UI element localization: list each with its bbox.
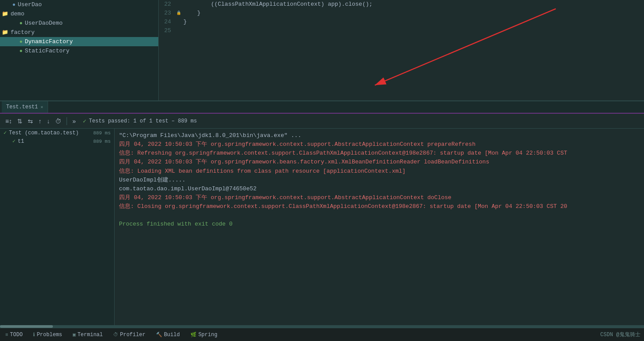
- code-line-23: 23 🔒 }: [159, 9, 644, 18]
- profiler-icon: ⏱: [113, 332, 118, 337]
- console-line-1: "C:\Program Files\Java\jdk1.8.0_201\bin\…: [119, 131, 640, 140]
- sidebar-item-factory-folder[interactable]: 📁 factory: [0, 28, 158, 37]
- userdao-icon: ●: [12, 2, 15, 8]
- bottom-tab-problems[interactable]: ℹ Problems: [31, 331, 64, 339]
- sidebar-label-demo: demo: [11, 11, 24, 17]
- console-line-6: UserDaoImpl创建.....: [119, 176, 640, 185]
- sidebar-label-userdaodemo: UserDaoDemo: [25, 20, 63, 26]
- test-tree-item-suite[interactable]: ✓ Test (com.taotao.test) 889 ms: [0, 129, 114, 137]
- sidebar-item-demo[interactable]: 📁 demo: [0, 9, 158, 19]
- up-btn[interactable]: ↑: [37, 117, 43, 126]
- sidebar-item-userdao[interactable]: ● UserDao: [0, 0, 158, 9]
- sidebar-label-staticfactory: StaticFactory: [25, 48, 69, 54]
- pass-icon-t1: ✓: [12, 138, 15, 145]
- clock-btn[interactable]: ⏱: [53, 117, 63, 126]
- line-num-25: 25: [159, 26, 176, 35]
- dynamicfactory-icon: ●: [19, 39, 22, 45]
- code-line-24: 24 }: [159, 18, 644, 26]
- sidebar-item-staticfactory[interactable]: ● StaticFactory: [0, 46, 158, 56]
- demo-folder-icon: 📁: [2, 11, 8, 17]
- down-btn[interactable]: ↓: [45, 117, 52, 126]
- problems-icon: ℹ: [33, 332, 35, 337]
- main-area: ● UserDao 📁 demo ● UserDaoDemo 📁 factory…: [0, 0, 644, 101]
- tab-bar: Test.test1 ✕: [0, 101, 644, 114]
- sidebar-item-userdaodemo[interactable]: ● UserDaoDemo: [0, 19, 158, 28]
- tab-test1[interactable]: Test.test1 ✕: [2, 101, 48, 113]
- test-tree: ✓ Test (com.taotao.test) 889 ms ✓ t1 889…: [0, 129, 115, 325]
- sidebar-label-dynamicfactory: DynamicFactory: [25, 38, 73, 45]
- todo-label: TODO: [10, 332, 23, 338]
- test-t1-name: t1: [18, 138, 89, 145]
- spring-icon: 🌿: [190, 332, 197, 337]
- expand-btn[interactable]: ⇅: [15, 117, 24, 126]
- sidebar-label-factory: factory: [11, 29, 35, 36]
- code-line-25: 25: [159, 26, 644, 35]
- userdaodemo-icon: ●: [19, 20, 22, 26]
- profiler-label: Profiler: [120, 332, 145, 338]
- separator: [67, 117, 67, 125]
- console-line-9: 信息: Closing org.springframework.context.…: [119, 202, 640, 211]
- test-suite-time: 889 ms: [93, 130, 111, 136]
- spring-label: Spring: [198, 332, 217, 338]
- sidebar-label-userdao: UserDao: [18, 1, 42, 8]
- bottom-tab-build[interactable]: 🔨 Build: [154, 331, 182, 339]
- test-tree-item-t1[interactable]: ✓ t1 889 ms: [0, 137, 114, 145]
- console-output: "C:\Program Files\Java\jdk1.8.0_201\bin\…: [115, 129, 644, 325]
- console-line-7: com.taotao.dao.impl.UserDaoImpl@74650e52: [119, 185, 640, 193]
- code-editor: 22 ((ClassPathXmlApplicationContext) app…: [159, 0, 644, 100]
- staticfactory-icon: ●: [19, 48, 22, 54]
- more-btn[interactable]: »: [71, 117, 78, 126]
- sidebar: ● UserDao 📁 demo ● UserDaoDemo 📁 factory…: [0, 0, 159, 100]
- console-line-8: 四月 04, 2022 10:50:03 下午 org.springframew…: [119, 193, 640, 202]
- terminal-label: Terminal: [78, 332, 103, 338]
- problems-label: Problems: [37, 332, 62, 338]
- build-label: Build: [164, 332, 180, 338]
- close-icon[interactable]: ✕: [41, 104, 43, 110]
- code-line-22: 22 ((ClassPathXmlApplicationContext) app…: [159, 0, 644, 9]
- bottom-right-text: CSDN @鬼鬼骑士: [600, 331, 640, 338]
- test-t1-time: 889 ms: [93, 139, 111, 144]
- sidebar-item-dynamicfactory[interactable]: ● DynamicFactory: [0, 37, 158, 46]
- test-suite-name: Test (com.taotao.test): [9, 130, 89, 136]
- line-num-24: 24: [159, 18, 176, 26]
- console-line-3: 信息: Refreshing org.springframework.conte…: [119, 149, 640, 158]
- scrollbar-thumb[interactable]: [0, 325, 53, 328]
- line-content-23: }: [183, 9, 201, 18]
- pass-icon-suite: ✓: [4, 130, 7, 136]
- bottom-tab-spring[interactable]: 🌿 Spring: [189, 331, 219, 339]
- todo-icon: ≡: [5, 332, 8, 337]
- console-line-4: 四月 04, 2022 10:50:03 下午 org.springframew…: [119, 158, 640, 167]
- line-content-24: }: [183, 18, 187, 26]
- toolbar: ≡↕ ⇅ ⇆ ↑ ↓ ⏱ » ✓ Tests passed: 1 of 1 te…: [0, 114, 644, 129]
- bottom-tab-profiler[interactable]: ⏱ Profiler: [112, 331, 147, 339]
- bottom-tab-terminal[interactable]: ▣ Terminal: [71, 331, 104, 339]
- console-line-exit: Process finished with exit code 0: [119, 220, 640, 229]
- line-num-23: 23: [159, 9, 176, 18]
- status-text: Tests passed: 1 of 1 test – 889 ms: [89, 118, 197, 124]
- test-status: ✓ Tests passed: 1 of 1 test – 889 ms: [83, 118, 197, 125]
- line-num-22: 22: [159, 0, 176, 9]
- status-icon: ✓: [83, 118, 86, 125]
- build-icon: 🔨: [156, 332, 162, 337]
- terminal-icon: ▣: [73, 332, 76, 337]
- collapse-btn[interactable]: ⇆: [26, 117, 35, 126]
- factory-folder-icon: 📁: [2, 29, 8, 36]
- horizontal-scrollbar[interactable]: [0, 325, 644, 328]
- line-content-22: ((ClassPathXmlApplicationContext) app).c…: [183, 0, 372, 9]
- bottom-bar: ≡ TODO ℹ Problems ▣ Terminal ⏱ Profiler …: [0, 328, 644, 341]
- tab-label: Test.test1: [6, 104, 38, 110]
- test-area: ✓ Test (com.taotao.test) 889 ms ✓ t1 889…: [0, 129, 644, 325]
- console-line-blank: [119, 211, 640, 220]
- sort-btn[interactable]: ≡↕: [4, 117, 14, 126]
- bottom-tab-todo[interactable]: ≡ TODO: [4, 331, 24, 339]
- console-line-2: 四月 04, 2022 10:50:03 下午 org.springframew…: [119, 140, 640, 149]
- console-line-5: 信息: Loading XML bean definitions from cl…: [119, 167, 640, 176]
